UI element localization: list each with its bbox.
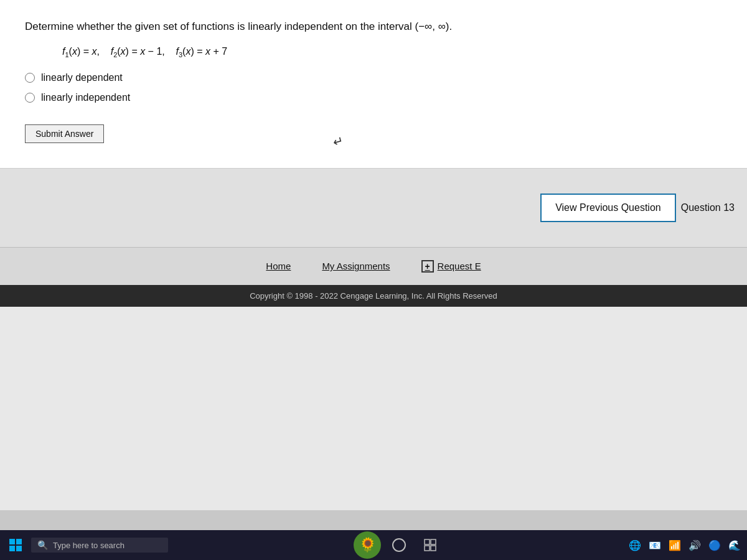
footer-nav: Home My Assignments + Request E bbox=[0, 247, 747, 285]
functions-line: f1(x) = x, f2(x) = x − 1, f3(x) = x + 7 bbox=[62, 46, 722, 58]
request-link[interactable]: + Request E bbox=[421, 260, 481, 273]
svg-rect-6 bbox=[431, 539, 436, 544]
view-previous-button[interactable]: View Previous Question bbox=[540, 194, 676, 222]
copyright-bar: Copyright © 1998 - 2022 Cengage Learning… bbox=[0, 285, 747, 307]
edge-icon[interactable]: 🌐 bbox=[629, 539, 641, 551]
option-linearly-independent[interactable]: linearly independent bbox=[25, 92, 722, 103]
wifi-icon[interactable]: 📶 bbox=[669, 539, 681, 551]
taskbar-search-button[interactable] bbox=[386, 533, 412, 558]
label-linearly-independent[interactable]: linearly independent bbox=[41, 92, 130, 103]
taskbar-app-sunflower[interactable]: 🌻 bbox=[354, 531, 381, 559]
home-link[interactable]: Home bbox=[266, 261, 291, 271]
search-icon: 🔍 bbox=[37, 540, 48, 550]
bottom-section: View Previous Question Question 13 bbox=[0, 169, 747, 247]
volume-icon[interactable]: 🔊 bbox=[688, 539, 701, 551]
submit-answer-button[interactable]: Submit Answer bbox=[25, 124, 104, 143]
mail-icon[interactable]: 📧 bbox=[649, 539, 661, 551]
svg-rect-5 bbox=[425, 539, 430, 544]
request-label: Request E bbox=[438, 261, 481, 271]
main-content: Determine whether the given set of funct… bbox=[0, 0, 747, 510]
svg-point-4 bbox=[393, 539, 405, 551]
svg-rect-7 bbox=[425, 546, 430, 551]
taskbar-center-icons: 🌻 bbox=[174, 531, 622, 559]
svg-rect-2 bbox=[9, 546, 15, 551]
svg-rect-8 bbox=[431, 546, 436, 551]
option-linearly-dependent[interactable]: linearly dependent bbox=[25, 72, 722, 83]
question-text: Determine whether the given set of funct… bbox=[25, 19, 722, 35]
question-box: Determine whether the given set of funct… bbox=[0, 0, 747, 169]
windows-start-button[interactable] bbox=[6, 536, 25, 554]
my-assignments-link[interactable]: My Assignments bbox=[322, 261, 390, 271]
label-linearly-dependent[interactable]: linearly dependent bbox=[41, 72, 123, 83]
request-icon: + bbox=[421, 260, 434, 273]
taskbar: 🔍 Type here to search 🌻 🌐 📧 📶 🔊 🔵 bbox=[0, 530, 747, 560]
question-number: Question 13 bbox=[681, 202, 735, 213]
edge-browser-icon[interactable]: 🌊 bbox=[728, 539, 741, 551]
taskbar-search-bar[interactable]: 🔍 Type here to search bbox=[31, 538, 168, 553]
chrome-icon[interactable]: 🔵 bbox=[708, 539, 721, 551]
taskbar-search-text: Type here to search bbox=[53, 541, 125, 550]
taskbar-right-icons: 🌐 📧 📶 🔊 🔵 🌊 bbox=[629, 539, 741, 551]
svg-rect-1 bbox=[16, 539, 22, 544]
radio-linearly-independent[interactable] bbox=[25, 93, 35, 103]
svg-rect-0 bbox=[9, 539, 15, 544]
taskbar-grid-icon[interactable] bbox=[417, 533, 443, 558]
svg-rect-3 bbox=[16, 546, 22, 551]
radio-linearly-dependent[interactable] bbox=[25, 73, 35, 83]
